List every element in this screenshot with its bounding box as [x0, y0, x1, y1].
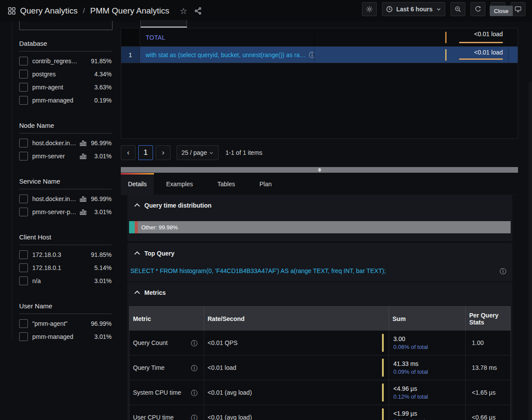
- table-search-input-partial[interactable]: [140, 20, 187, 27]
- column-header-rate: Rate/Second: [204, 307, 389, 331]
- metric-rate: <0.01 QPS: [208, 339, 238, 346]
- refresh-icon: [474, 6, 481, 13]
- bar-chart-link-icon[interactable]: [80, 153, 86, 159]
- star-favorite-icon[interactable]: ☆: [180, 7, 187, 15]
- page-size-value: 25 / page: [181, 149, 207, 156]
- filter-item[interactable]: 172.18.0.3 91.85%: [19, 248, 112, 261]
- total-link[interactable]: TOTAL: [146, 34, 165, 41]
- filter-section-user-name: User Name "pmm-agent" 96.99% pmm-managed…: [19, 299, 116, 343]
- tab-tables[interactable]: Tables: [205, 173, 247, 195]
- page-size-select[interactable]: 25 / page: [177, 145, 218, 160]
- checkbox[interactable]: [19, 96, 28, 105]
- filter-item[interactable]: postgres 4.34%: [19, 68, 112, 81]
- info-icon[interactable]: ⓘ: [309, 51, 314, 58]
- clock-icon: [386, 6, 393, 13]
- metric-sum-percent-link[interactable]: 0.1% of total: [393, 418, 465, 420]
- filter-item[interactable]: contrib_regres… 91.85%: [19, 55, 112, 68]
- share-icon[interactable]: [194, 7, 202, 15]
- load-cell: <0.01 load: [314, 47, 508, 63]
- filter-item[interactable]: 172.18.0.1 5.14%: [19, 261, 112, 274]
- filter-item[interactable]: host.docker.in… 96.99%: [19, 137, 112, 150]
- tab-plan[interactable]: Plan: [247, 173, 284, 195]
- filter-item[interactable]: host.docker.in… 96.99%: [19, 192, 112, 205]
- checkbox[interactable]: [19, 139, 28, 147]
- page-scrollbar-track[interactable]: [529, 82, 532, 420]
- filter-item[interactable]: n/a 3.01%: [19, 274, 112, 287]
- prev-page-button[interactable]: ‹: [121, 145, 136, 160]
- info-icon[interactable]: ⓘ: [191, 389, 198, 396]
- filter-percent: 3.63%: [90, 84, 112, 91]
- tab-examples[interactable]: Examples: [154, 173, 205, 195]
- filter-item[interactable]: "pmm-agent" 96.99%: [19, 317, 112, 330]
- bar-chart-link-icon[interactable]: [80, 209, 86, 215]
- filter-percent: 3.01%: [90, 277, 112, 284]
- kiosk-mode-button[interactable]: [511, 2, 525, 16]
- divider: [19, 245, 112, 245]
- section-header[interactable]: Metrics: [127, 282, 512, 296]
- metric-sum-percent-link[interactable]: 0.06% of total: [393, 344, 465, 350]
- row-end-cell: [508, 47, 518, 63]
- table-row-total[interactable]: TOTAL <0.01 load: [121, 28, 518, 47]
- page-1-button[interactable]: 1: [138, 145, 153, 160]
- time-range-picker[interactable]: Last 6 hours: [382, 2, 445, 16]
- bar-chart-link-icon[interactable]: [80, 196, 86, 202]
- load-progress-bar: [459, 58, 503, 60]
- filter-percent: 96.99%: [90, 140, 112, 147]
- settings-button[interactable]: [362, 2, 377, 16]
- checkbox[interactable]: [19, 195, 28, 203]
- checkbox[interactable]: [19, 83, 28, 92]
- checkbox[interactable]: [19, 208, 28, 216]
- magnifier-minus-icon: [454, 6, 461, 13]
- filter-percent: 3.01%: [90, 333, 112, 340]
- info-icon[interactable]: ⓘ: [191, 365, 198, 371]
- tab-details[interactable]: Details: [121, 173, 154, 195]
- breadcrumb-parent[interactable]: Query Analytics: [20, 6, 78, 16]
- checkbox[interactable]: [19, 70, 28, 79]
- filter-item[interactable]: pmm-managed 3.01%: [19, 330, 112, 343]
- close-button[interactable]: Close: [490, 6, 513, 16]
- info-icon[interactable]: ⓘ: [191, 414, 198, 420]
- filter-section-title: Client Host: [19, 230, 116, 245]
- zoom-out-button[interactable]: [450, 2, 465, 16]
- info-icon[interactable]: ⓘ: [500, 268, 506, 274]
- metric-sum-percent-link[interactable]: 0.12% of total: [393, 393, 465, 400]
- checkbox[interactable]: [19, 250, 28, 259]
- apps-grid-icon[interactable]: [8, 7, 16, 15]
- next-page-button[interactable]: ›: [156, 145, 171, 160]
- filter-section-client-host: Client Host 172.18.0.3 91.85% 172.18.0.1…: [19, 230, 116, 287]
- checkbox[interactable]: [19, 319, 28, 328]
- checkbox[interactable]: [19, 277, 28, 285]
- filter-item[interactable]: pmm-agent 3.63%: [19, 81, 112, 94]
- filter-item[interactable]: pmm-server-p… 3.01%: [19, 205, 112, 219]
- query-link[interactable]: with stat as (select queryid, bucket, un…: [146, 51, 306, 58]
- section-title: Top Query: [144, 250, 174, 257]
- metrics-table-header: Metric Rate/Second Sum Per Query Stats: [129, 306, 511, 331]
- filter-item[interactable]: pmm-server 3.01%: [19, 150, 112, 163]
- filter-item[interactable]: pmm-managed 0.19%: [19, 94, 112, 107]
- column-header-sum: Sum: [389, 307, 466, 331]
- resize-splitter[interactable]: [121, 167, 518, 173]
- filter-label: "pmm-agent": [32, 320, 90, 327]
- checkbox[interactable]: [19, 57, 28, 65]
- metric-sum: <4.96 µs: [393, 385, 465, 392]
- refresh-button[interactable]: [471, 2, 485, 16]
- filter-search-input[interactable]: [19, 21, 113, 30]
- filter-section-database: Database contrib_regres… 91.85% postgres…: [19, 36, 116, 107]
- query-cell: with stat as (select queryid, bucket, un…: [140, 47, 314, 63]
- breadcrumb: Query Analytics / PMM Query Analytics ☆: [8, 0, 202, 22]
- checkbox[interactable]: [19, 152, 28, 160]
- collapse-caret-icon: [134, 251, 140, 257]
- chevron-down-icon: [436, 7, 441, 12]
- row-end-cell: [508, 28, 518, 46]
- section-header[interactable]: Top Query: [127, 243, 512, 257]
- filter-percent: 96.99%: [90, 320, 112, 327]
- metric-sum-percent-link[interactable]: 0.09% of total: [393, 369, 465, 375]
- checkbox[interactable]: [19, 332, 28, 341]
- info-icon[interactable]: ⓘ: [191, 340, 198, 346]
- filter-label: pmm-server-p…: [32, 208, 80, 215]
- load-value: <0.01 load: [474, 49, 503, 56]
- section-header[interactable]: Query time distribution: [127, 195, 512, 209]
- checkbox[interactable]: [19, 263, 28, 272]
- table-row-selected[interactable]: 1 with stat as (select queryid, bucket, …: [121, 47, 518, 63]
- bar-chart-link-icon[interactable]: [80, 140, 86, 146]
